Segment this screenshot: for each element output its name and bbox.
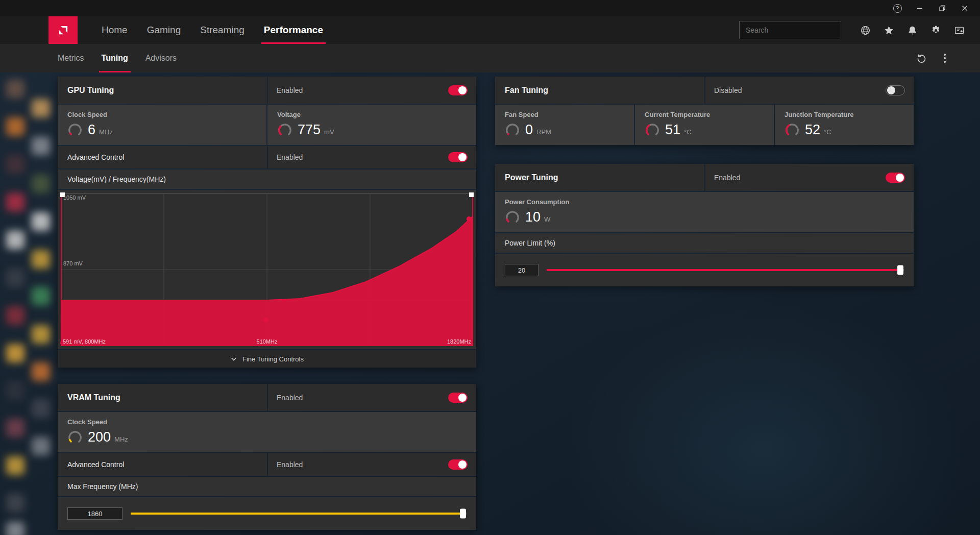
max-frequency-header: Max Frequency (MHz) — [58, 477, 476, 496]
current-temperature-unit: °C — [684, 128, 692, 136]
clock-speed-gauge-icon — [67, 123, 83, 138]
performance-subnav: Metrics Tuning Advisors — [0, 44, 980, 72]
close-button[interactable] — [953, 0, 976, 16]
restore-icon — [939, 5, 945, 11]
vram-clock-speed-cell: Clock Speed 200 MHz — [58, 412, 476, 452]
power-tuning-toggle[interactable] — [886, 173, 905, 183]
nav-item-home[interactable]: Home — [92, 16, 137, 44]
fine-tuning-controls[interactable]: Fine Tuning Controls — [58, 350, 476, 368]
junction-temperature-unit: °C — [824, 128, 831, 136]
curve-point[interactable] — [263, 318, 268, 323]
gpu-clock-speed-label: Clock Speed — [67, 111, 257, 118]
gpu-advanced-status-label: Enabled — [277, 153, 303, 161]
amd-logo[interactable] — [48, 16, 78, 44]
background-tile — [6, 193, 24, 211]
device-panel-button[interactable] — [947, 16, 971, 44]
background-tile — [6, 155, 24, 174]
maximize-button[interactable] — [931, 0, 953, 16]
gpu-voltage-cell: Voltage 775 mV — [267, 105, 476, 145]
tab-advisors[interactable]: Advisors — [137, 44, 185, 72]
x-axis-tick-label: 591 mV, 800MHz — [63, 338, 106, 345]
device-panel-icon — [954, 25, 965, 36]
fan-status-label: Disabled — [714, 86, 742, 94]
background-tile — [6, 381, 24, 400]
fine-tuning-controls-label: Fine Tuning Controls — [242, 355, 304, 363]
background-tile — [6, 419, 24, 437]
fan-speed-label: Fan Speed — [505, 111, 624, 118]
power-limit-value-input[interactable] — [505, 264, 538, 276]
max-frequency-slider-row — [58, 497, 476, 530]
gpu-tuning-title-row: GPU Tuning — [58, 77, 267, 104]
x-axis-tick-label: 510MHz — [257, 338, 278, 345]
max-frequency-slider[interactable] — [131, 513, 467, 515]
gpu-advanced-control-row: Advanced Control — [58, 146, 267, 168]
current-temperature-gauge-icon — [645, 123, 660, 138]
background-tile — [32, 250, 50, 269]
help-button[interactable]: ? — [886, 0, 909, 16]
gpu-advanced-control-toggle[interactable] — [448, 152, 468, 162]
fan-tuning-toggle[interactable] — [886, 85, 905, 95]
gpu-clock-speed-unit: MHz — [99, 128, 113, 136]
junction-temperature-value: 52 — [805, 122, 820, 138]
background-tile — [32, 325, 50, 344]
notifications-button[interactable] — [900, 16, 924, 44]
nav-item-streaming[interactable]: Streaming — [190, 16, 254, 44]
power-consumption-cell: Power Consumption 10 W — [495, 192, 914, 232]
toggle-knob — [458, 460, 467, 469]
search-input[interactable] — [746, 26, 838, 34]
gpu-tuning-status-row: Enabled — [268, 77, 476, 104]
chevron-down-icon — [230, 355, 237, 362]
browser-button[interactable] — [853, 16, 877, 44]
favorites-button[interactable] — [877, 16, 900, 44]
tab-metrics[interactable]: Metrics — [49, 44, 93, 72]
globe-icon — [860, 25, 871, 36]
current-temperature-value: 51 — [665, 122, 680, 138]
power-tuning-title: Power Tuning — [505, 173, 558, 182]
max-frequency-value-input[interactable] — [67, 507, 122, 520]
nav-icon-row — [853, 16, 971, 44]
background-tile — [6, 494, 24, 512]
background-tile — [32, 137, 50, 155]
tab-tuning[interactable]: Tuning — [93, 44, 137, 72]
gpu-tuning-card: GPU Tuning Enabled Clock Speed 6 MHz — [58, 77, 476, 368]
power-consumption-unit: W — [544, 215, 550, 223]
curve-endpoint-handle[interactable] — [469, 192, 474, 197]
slider-handle[interactable] — [460, 509, 466, 519]
gpu-voltage-value: 775 — [298, 122, 321, 138]
gear-icon — [930, 25, 941, 36]
background-tile — [32, 175, 50, 193]
power-consumption-gauge-icon — [505, 210, 520, 225]
nav-item-performance[interactable]: Performance — [254, 16, 333, 44]
main-navbar: Home Gaming Streaming Performance — [0, 16, 980, 44]
search-box — [739, 21, 841, 39]
nav-item-gaming[interactable]: Gaming — [137, 16, 191, 44]
background-tile — [6, 306, 24, 325]
vram-advanced-status-label: Enabled — [277, 460, 303, 469]
help-icon: ? — [893, 4, 902, 13]
power-status-label: Enabled — [714, 174, 740, 182]
nav-items: Home Gaming Streaming Performance — [92, 16, 333, 44]
junction-temperature-cell: Junction Temperature 52 °C — [775, 105, 914, 145]
y-axis-tick-label: 870 mV — [63, 260, 83, 266]
vram-advanced-control-toggle[interactable] — [448, 459, 468, 470]
minimize-button[interactable] — [909, 0, 931, 16]
max-frequency-label: Max Frequency (MHz) — [67, 482, 138, 491]
background-tile — [32, 362, 50, 381]
background-tile — [32, 437, 50, 455]
background-tile — [6, 269, 24, 287]
more-options-button[interactable] — [933, 44, 957, 72]
settings-button[interactable] — [924, 16, 947, 44]
curve-point[interactable] — [467, 216, 472, 222]
junction-temperature-gauge-icon — [785, 123, 800, 138]
toggle-knob — [458, 153, 467, 161]
vram-tuning-toggle[interactable] — [448, 393, 468, 403]
power-limit-slider[interactable] — [547, 269, 904, 271]
gpu-advanced-control-label: Advanced Control — [67, 153, 124, 161]
vram-advanced-control-label: Advanced Control — [67, 460, 124, 469]
reset-button[interactable] — [910, 44, 933, 72]
slider-handle[interactable] — [897, 265, 903, 275]
kebab-icon — [944, 54, 946, 63]
reset-icon — [916, 53, 927, 64]
gpu-tuning-toggle[interactable] — [448, 85, 468, 95]
background-tile — [32, 287, 50, 305]
